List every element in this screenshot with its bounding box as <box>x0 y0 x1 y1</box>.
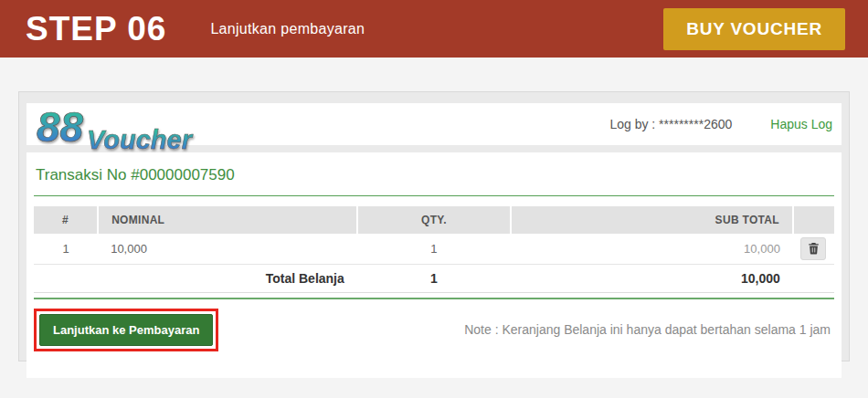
hapus-log-link[interactable]: Hapus Log <box>770 117 832 131</box>
col-header-num: # <box>34 206 98 234</box>
transaction-panel: Transaksi No #00000007590 # NOMINAL QTY.… <box>26 152 842 378</box>
cart-expiry-note: Note : Keranjang Belanja ini hanya dapat… <box>464 322 834 337</box>
log-by-text: Log by : *********2600 <box>609 117 732 131</box>
highlight-annotation-box: Lanjutkan ke Pembayaran <box>34 309 218 351</box>
total-row: Total Belanja 1 10,000 <box>34 264 834 292</box>
step-header: STEP 06 Lanjutkan pembayaran BUY VOUCHER <box>0 0 868 58</box>
col-header-nominal: NOMINAL <box>98 206 357 234</box>
logo-text-88: 88 <box>37 104 84 151</box>
total-label: Total Belanja <box>98 264 357 292</box>
cart-table: # NOMINAL QTY. SUB TOTAL 1 10,000 1 10,0… <box>34 206 834 293</box>
logo-text-voucher: Voucher <box>87 125 194 153</box>
trash-icon <box>808 242 820 255</box>
cell-row-number: 1 <box>34 234 98 264</box>
total-qty: 1 <box>357 264 511 292</box>
col-header-action <box>793 206 834 234</box>
col-header-qty: QTY. <box>357 206 511 234</box>
total-subtotal: 10,000 <box>511 264 793 292</box>
cell-nominal: 10,000 <box>98 234 357 264</box>
delete-item-button[interactable] <box>800 237 826 260</box>
session-bar: Log by : *********2600 Hapus Log <box>609 117 832 131</box>
checkout-card: 88 Voucher Log by : *********2600 Hapus … <box>18 91 850 361</box>
cell-subtotal: 10,000 <box>511 234 793 264</box>
total-empty-num <box>34 264 98 292</box>
panel-footer: Lanjutkan ke Pembayaran Note : Keranjang… <box>34 299 834 351</box>
cart-table-header-row: # NOMINAL QTY. SUB TOTAL <box>34 206 834 234</box>
buy-voucher-button[interactable]: BUY VOUCHER <box>663 8 845 50</box>
transaction-title: Transaksi No #00000007590 <box>34 164 834 196</box>
cart-row: 1 10,000 1 10,000 <box>34 234 834 264</box>
col-header-subtotal: SUB TOTAL <box>511 206 793 234</box>
cell-action <box>793 234 834 264</box>
voucher88-logo: 88 Voucher <box>34 104 226 153</box>
continue-payment-button[interactable]: Lanjutkan ke Pembayaran <box>39 314 213 346</box>
step-description: Lanjutkan pembayaran <box>210 21 365 37</box>
total-empty-action <box>793 264 834 292</box>
step-title: STEP 06 <box>26 10 166 48</box>
logo-bar: 88 Voucher Log by : *********2600 Hapus … <box>26 103 842 145</box>
cell-qty: 1 <box>357 234 511 264</box>
